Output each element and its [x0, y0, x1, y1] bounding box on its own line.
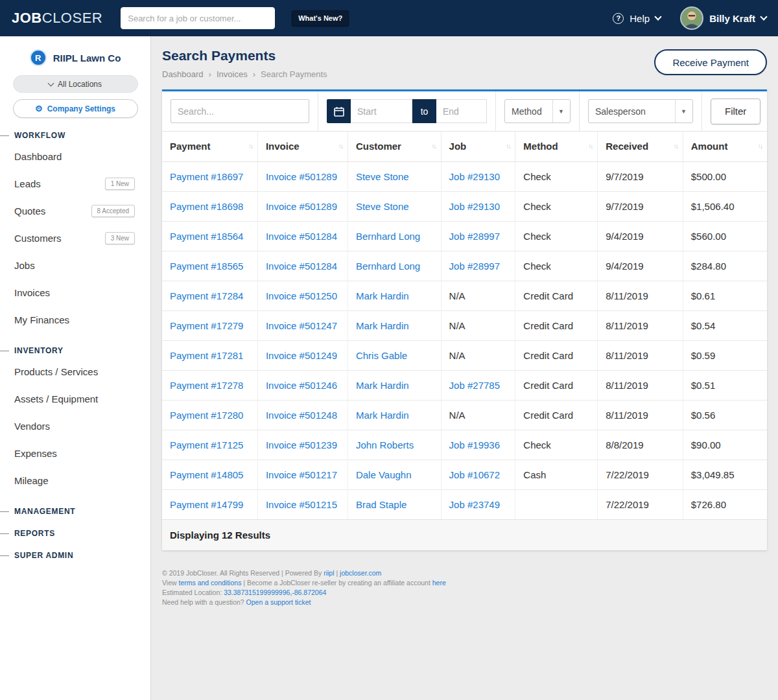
- sort-icon[interactable]: ↑↓: [503, 143, 510, 150]
- jobcloser-link[interactable]: jobcloser.com: [340, 569, 381, 577]
- app-logo[interactable]: JOBCLOSER: [12, 10, 102, 27]
- support-ticket-link[interactable]: Open a support ticket: [246, 598, 311, 606]
- riipl-link[interactable]: riipl: [324, 569, 334, 577]
- column-header-customer[interactable]: Customer↑↓: [348, 132, 441, 161]
- end-date-input[interactable]: [436, 99, 487, 123]
- breadcrumb-invoices[interactable]: Invoices: [217, 69, 248, 79]
- sort-icon[interactable]: ↑↓: [246, 143, 252, 150]
- help-menu[interactable]: ? Help: [613, 13, 661, 24]
- sidebar-section-reports[interactable]: REPORTS: [0, 529, 150, 538]
- terms-and-conditions-link[interactable]: terms and conditions: [179, 579, 242, 587]
- sidebar-section-super-admin[interactable]: SUPER ADMIN: [0, 551, 150, 560]
- job-link[interactable]: Job #29130: [449, 171, 500, 182]
- sidebar-item-jobs[interactable]: Jobs: [0, 251, 150, 279]
- customer-link[interactable]: Bernhard Long: [356, 261, 420, 272]
- column-header-invoice[interactable]: Invoice↑↓: [257, 132, 348, 161]
- sidebar-item-products-services[interactable]: Products / Services: [0, 358, 150, 385]
- whats-new-button[interactable]: What's New?: [292, 10, 349, 26]
- column-header-payment[interactable]: Payment↑↓: [162, 132, 257, 161]
- payment-link[interactable]: Payment #14799: [170, 499, 243, 510]
- sidebar-item-expenses[interactable]: Expenses: [0, 439, 150, 467]
- invoice-link[interactable]: Invoice #501250: [266, 290, 337, 301]
- sidebar-item-mileage[interactable]: Mileage: [0, 467, 150, 494]
- sidebar-item-vendors[interactable]: Vendors: [0, 412, 150, 439]
- global-search-input[interactable]: [121, 7, 275, 29]
- invoice-link[interactable]: Invoice #501289: [266, 201, 337, 212]
- job-link[interactable]: Job #28997: [449, 261, 500, 272]
- customer-link[interactable]: Mark Hardin: [356, 380, 409, 391]
- invoice-link[interactable]: Invoice #501284: [266, 231, 337, 242]
- job-link[interactable]: Job #10672: [449, 469, 500, 480]
- payment-link[interactable]: Payment #14805: [170, 469, 243, 480]
- method-select[interactable]: Method ▼: [504, 99, 571, 123]
- job-link[interactable]: Job #27785: [449, 380, 500, 391]
- job-link[interactable]: Job #23749: [449, 499, 500, 510]
- calendar-button[interactable]: [327, 99, 351, 123]
- customer-link[interactable]: Steve Stone: [356, 201, 409, 212]
- sort-icon[interactable]: ↑↓: [671, 143, 678, 150]
- invoice-link[interactable]: Invoice #501289: [266, 171, 337, 182]
- customer-link[interactable]: Steve Stone: [356, 171, 409, 182]
- job-link[interactable]: Job #19936: [449, 439, 500, 450]
- sidebar-section-workflow[interactable]: WORKFLOW: [0, 131, 150, 140]
- method-cell: [515, 489, 598, 519]
- customer-link[interactable]: Mark Hardin: [356, 410, 409, 421]
- column-header-job[interactable]: Job↑↓: [441, 132, 515, 161]
- sort-icon[interactable]: ↑↓: [336, 143, 342, 150]
- customer-link[interactable]: John Roberts: [356, 439, 414, 450]
- user-menu[interactable]: Billy Kraft: [680, 6, 766, 30]
- job-link[interactable]: Job #28997: [449, 231, 500, 242]
- payment-link[interactable]: Payment #17281: [170, 350, 243, 361]
- sidebar-item-leads[interactable]: Leads1 New: [0, 170, 150, 197]
- customer-link[interactable]: Bernhard Long: [356, 231, 420, 242]
- sidebar-section-management[interactable]: MANAGEMENT: [0, 507, 150, 516]
- payment-link[interactable]: Payment #17284: [170, 290, 243, 301]
- locations-dropdown[interactable]: All Locations: [13, 75, 138, 93]
- sort-icon[interactable]: ↑↓: [585, 143, 592, 150]
- sidebar-item-invoices[interactable]: Invoices: [0, 279, 150, 306]
- payment-link[interactable]: Payment #17125: [170, 439, 243, 450]
- payment-link[interactable]: Payment #18698: [170, 201, 243, 212]
- invoice-link[interactable]: Invoice #501247: [266, 320, 337, 331]
- job-link[interactable]: Job #29130: [449, 201, 500, 212]
- invoice-link[interactable]: Invoice #501248: [266, 410, 337, 421]
- start-date-input[interactable]: [351, 99, 412, 123]
- invoice-link[interactable]: Invoice #501249: [266, 350, 337, 361]
- customer-link[interactable]: Dale Vaughn: [356, 469, 412, 480]
- payment-link[interactable]: Payment #17280: [170, 410, 243, 421]
- sidebar-item-quotes[interactable]: Quotes8 Accepted: [0, 197, 150, 224]
- invoice-link[interactable]: Invoice #501215: [266, 499, 337, 510]
- sidebar-item-assets-equipment[interactable]: Assets / Equipment: [0, 385, 150, 412]
- payment-link[interactable]: Payment #18564: [170, 231, 243, 242]
- company-settings-button[interactable]: ⚙ Company Settings: [13, 99, 138, 118]
- sidebar-item-dashboard[interactable]: Dashboard: [0, 143, 150, 170]
- payment-link[interactable]: Payment #18697: [170, 171, 243, 182]
- customer-link[interactable]: Brad Staple: [356, 499, 407, 510]
- column-header-method[interactable]: Method↑↓: [515, 132, 598, 161]
- customer-link[interactable]: Chris Gable: [356, 350, 407, 361]
- salesperson-select[interactable]: Salesperson ▼: [588, 99, 693, 123]
- sidebar-section-inventory[interactable]: INVENTORY: [0, 346, 150, 355]
- payment-link[interactable]: Payment #17278: [170, 380, 243, 391]
- sort-icon[interactable]: ↑↓: [429, 143, 436, 150]
- sidebar-item-customers[interactable]: Customers3 New: [0, 224, 150, 251]
- column-header-amount[interactable]: Amount↑↓: [683, 132, 767, 161]
- customer-link[interactable]: Mark Hardin: [356, 290, 409, 301]
- sort-icon[interactable]: ↑↓: [755, 143, 762, 150]
- column-header-received[interactable]: Received↑↓: [598, 132, 683, 161]
- invoice-link[interactable]: Invoice #501217: [266, 469, 337, 480]
- invoice-link[interactable]: Invoice #501239: [266, 439, 337, 450]
- invoice-link[interactable]: Invoice #501246: [266, 380, 337, 391]
- payment-link[interactable]: Payment #17279: [170, 320, 243, 331]
- sidebar-item-my-finances[interactable]: My Finances: [0, 306, 150, 333]
- estimated-location-link[interactable]: 33.387315199999996,-86.872064: [224, 589, 326, 596]
- customer-link[interactable]: Mark Hardin: [356, 320, 409, 331]
- breadcrumb-dashboard[interactable]: Dashboard: [162, 69, 204, 79]
- payment-link[interactable]: Payment #18565: [170, 261, 243, 272]
- affiliate-here-link[interactable]: here: [432, 579, 446, 587]
- receive-payment-button[interactable]: Receive Payment: [654, 49, 767, 75]
- sidebar-item-label: Jobs: [14, 260, 35, 271]
- invoice-link[interactable]: Invoice #501284: [266, 261, 337, 272]
- table-search-input[interactable]: [171, 99, 309, 123]
- filter-button[interactable]: Filter: [711, 99, 760, 124]
